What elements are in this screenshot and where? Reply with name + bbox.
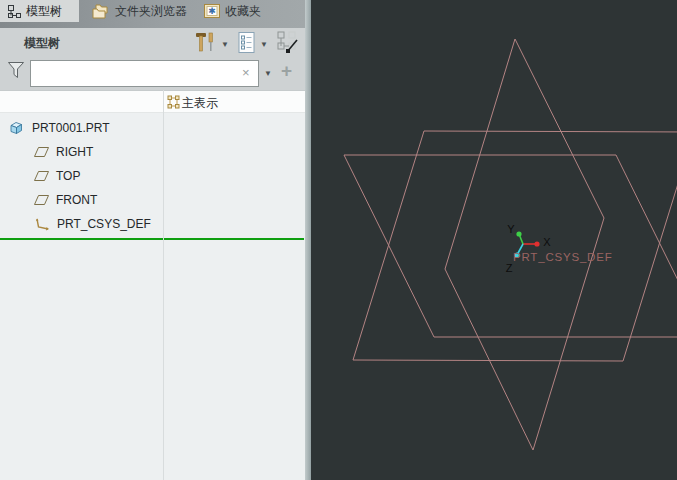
panel-title: 模型树 xyxy=(24,35,60,52)
funnel-icon xyxy=(7,61,25,80)
tree-row-datum-plane[interactable]: FRONT xyxy=(0,188,300,212)
insert-indicator-line[interactable] xyxy=(0,238,304,240)
model-tree-panel: 模型树 文件夹浏览器 ✱ xyxy=(0,0,305,480)
model-tree-icon xyxy=(8,5,21,18)
datum-plane-icon xyxy=(34,171,49,181)
tree-column-header: 主表示 xyxy=(0,90,305,113)
filter-dropdown-caret[interactable]: ▼ xyxy=(264,70,272,78)
tree-row-datum-plane[interactable]: RIGHT xyxy=(0,140,300,164)
tools-icon xyxy=(194,40,216,57)
panel-header: 模型树 ▼ xyxy=(0,28,305,90)
csys-axis-label: X xyxy=(543,236,551,248)
csys-name-label[interactable]: PRT_CSYS_DEF xyxy=(513,251,613,263)
svg-text:✱: ✱ xyxy=(208,6,216,16)
clear-filter-icon[interactable]: × xyxy=(242,66,250,80)
tree-row-part[interactable]: PRT0001.PRT xyxy=(0,116,300,140)
datum-plane-icon xyxy=(34,147,49,157)
folder-browser-icon xyxy=(92,4,110,19)
datum-plane-icon xyxy=(34,195,49,205)
part-icon xyxy=(9,121,23,135)
tab-folder-browser[interactable]: 文件夹浏览器 xyxy=(84,0,192,22)
tree-column-settings-button[interactable] xyxy=(277,31,299,54)
display-dropdown-caret[interactable]: ▼ xyxy=(260,41,268,49)
creo-window: 模型树 文件夹浏览器 ✱ xyxy=(0,0,677,480)
tree-row-datum-plane[interactable]: TOP xyxy=(0,164,300,188)
csys-axis-dot-y[interactable] xyxy=(516,231,521,236)
panel-tab-bar: 模型树 文件夹浏览器 ✱ xyxy=(0,0,305,28)
tree-settings-icon xyxy=(277,40,299,57)
tree-row-csys[interactable]: PRT_CSYS_DEF xyxy=(0,212,300,236)
tree-tools-button[interactable] xyxy=(194,31,216,54)
sketch-parallelogram-lower[interactable] xyxy=(344,155,677,337)
csys-axis-dot-x[interactable] xyxy=(534,241,539,246)
tree-filter-input[interactable] xyxy=(30,60,259,87)
tab-favorites[interactable]: ✱ 收藏夹 xyxy=(196,0,268,22)
graphics-viewport[interactable]: XYZPRT_CSYS_DEF xyxy=(311,0,677,480)
list-options-icon xyxy=(238,39,255,56)
csys-icon xyxy=(34,217,50,231)
tab-label: 模型树 xyxy=(26,3,62,20)
sketch-parallelogram-upper[interactable] xyxy=(353,131,677,361)
model-tree: PRT0001.PRT RIGHT TOP xyxy=(0,113,305,480)
tree-display-options-button[interactable] xyxy=(238,32,255,53)
representation-icon xyxy=(167,95,180,109)
tree-column-separator[interactable] xyxy=(163,90,164,480)
favorites-icon: ✱ xyxy=(204,4,220,18)
tools-dropdown-caret[interactable]: ▼ xyxy=(221,41,229,49)
add-filter-button[interactable]: + xyxy=(281,61,292,81)
column-main-representation[interactable]: 主表示 xyxy=(182,95,218,112)
csys-axis-label: Y xyxy=(507,223,515,235)
tab-label: 文件夹浏览器 xyxy=(115,3,187,20)
tab-model-tree[interactable]: 模型树 xyxy=(0,0,79,22)
tab-label: 收藏夹 xyxy=(225,3,261,20)
csys-axis-label: Z xyxy=(506,262,513,274)
